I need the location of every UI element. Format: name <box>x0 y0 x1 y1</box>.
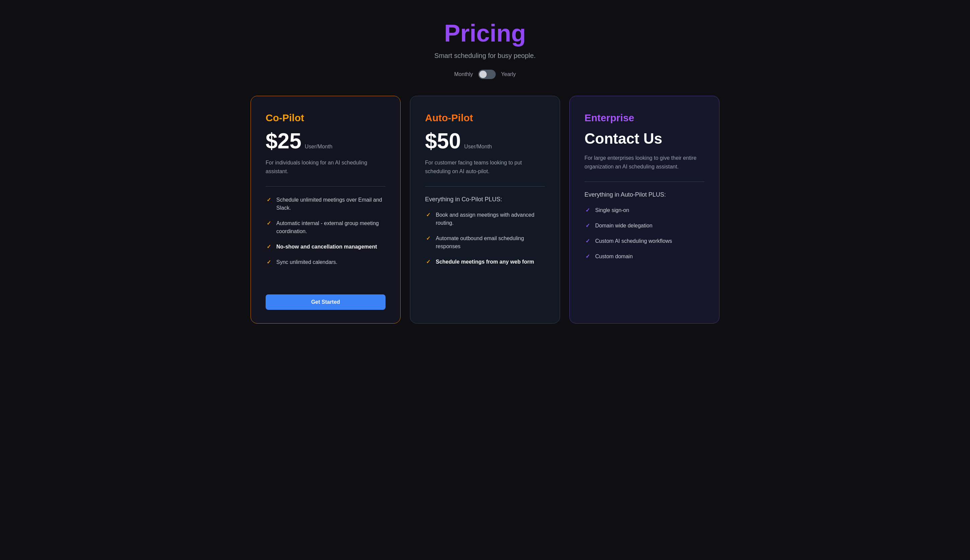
feature-text: Automatic internal - external group meet… <box>276 219 385 235</box>
list-item: No-show and cancellation management <box>266 243 385 251</box>
list-item: Automate outbound email scheduling respo… <box>425 235 545 250</box>
check-icon <box>266 259 272 265</box>
check-icon <box>266 220 272 226</box>
copilot-features: Schedule unlimited meetings over Email a… <box>266 196 385 266</box>
enterprise-divider <box>585 182 704 182</box>
list-item: Custom domain <box>585 253 704 260</box>
copilot-cta-button[interactable]: Get Started <box>266 294 385 310</box>
page-title: Pricing <box>13 20 957 47</box>
yearly-label: Yearly <box>501 71 516 77</box>
enterprise-section-label: Everything in Auto-Pilot PLUS: <box>585 191 704 198</box>
feature-text: Schedule meetings from any web form <box>436 258 534 266</box>
feature-text: Single sign-on <box>595 206 629 214</box>
autopilot-price-row: $50 User/Month <box>425 130 545 152</box>
list-item: Custom AI scheduling workflows <box>585 237 704 245</box>
list-item: Domain wide delegation <box>585 222 704 230</box>
pricing-grid: Co-Pilot $25 User/Month For individuals … <box>250 96 720 323</box>
feature-text: Domain wide delegation <box>595 222 652 230</box>
page-subtitle: Smart scheduling for busy people. <box>13 52 957 60</box>
monthly-label: Monthly <box>454 71 473 77</box>
autopilot-description: For customer facing teams looking to put… <box>425 158 545 175</box>
enterprise-features: Single sign-on Domain wide delegation Cu… <box>585 206 704 260</box>
check-icon <box>266 243 272 250</box>
list-item: Schedule unlimited meetings over Email a… <box>266 196 385 212</box>
list-item: Single sign-on <box>585 206 704 214</box>
autopilot-section-label: Everything in Co-Pilot PLUS: <box>425 196 545 203</box>
list-item: Schedule meetings from any web form <box>425 258 545 266</box>
enterprise-plan-name: Enterprise <box>585 112 704 123</box>
copilot-price-row: $25 User/Month <box>266 130 385 152</box>
enterprise-price: Contact Us <box>585 130 704 147</box>
feature-text: Automate outbound email scheduling respo… <box>436 235 545 250</box>
list-item: Sync unlimited calendars. <box>266 258 385 266</box>
copilot-plan-name: Co-Pilot <box>266 112 385 123</box>
enterprise-description: For large enterprises looking to give th… <box>585 154 704 171</box>
list-item: Automatic internal - external group meet… <box>266 219 385 235</box>
autopilot-period: User/Month <box>464 144 492 150</box>
autopilot-plan-name: Auto-Pilot <box>425 112 545 123</box>
autopilot-price: $50 <box>425 130 461 152</box>
check-icon <box>425 258 431 265</box>
billing-toggle-switch[interactable] <box>478 70 496 79</box>
feature-text: Custom domain <box>595 253 633 260</box>
check-icon <box>585 253 590 259</box>
check-icon <box>425 212 431 218</box>
copilot-divider <box>266 186 385 187</box>
billing-toggle[interactable]: Monthly Yearly <box>13 70 957 79</box>
copilot-description: For individuals looking for an AI schedu… <box>266 158 385 175</box>
feature-text: Book and assign meetings with advanced r… <box>436 211 545 227</box>
autopilot-features: Book and assign meetings with advanced r… <box>425 211 545 266</box>
feature-text: No-show and cancellation management <box>276 243 377 251</box>
check-icon <box>425 235 431 241</box>
check-icon <box>585 238 590 244</box>
autopilot-divider <box>425 186 545 187</box>
feature-text: Sync unlimited calendars. <box>276 258 337 266</box>
feature-text: Schedule unlimited meetings over Email a… <box>276 196 385 212</box>
toggle-knob <box>479 71 487 78</box>
check-icon <box>266 197 272 203</box>
list-item: Book and assign meetings with advanced r… <box>425 211 545 227</box>
feature-text: Custom AI scheduling workflows <box>595 237 672 245</box>
enterprise-card: Enterprise Contact Us For large enterpri… <box>569 96 720 323</box>
autopilot-card: Auto-Pilot $50 User/Month For customer f… <box>410 96 560 323</box>
copilot-price: $25 <box>266 130 302 152</box>
copilot-card: Co-Pilot $25 User/Month For individuals … <box>250 96 401 323</box>
check-icon <box>585 222 590 228</box>
copilot-period: User/Month <box>305 144 333 150</box>
check-icon <box>585 207 590 213</box>
page-header: Pricing Smart scheduling for busy people… <box>13 20 957 79</box>
